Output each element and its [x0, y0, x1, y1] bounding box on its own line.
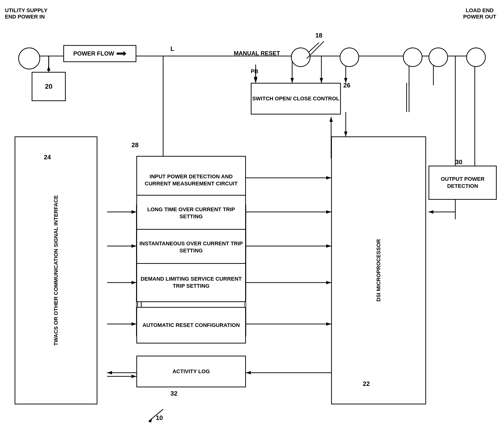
node-32-label: 32 — [171, 390, 178, 397]
svg-marker-21 — [131, 210, 136, 214]
block-20-box: 20 — [32, 72, 66, 101]
svg-marker-59 — [429, 210, 433, 214]
svg-marker-11 — [320, 78, 323, 83]
l-label: L — [171, 45, 174, 53]
svg-marker-43 — [131, 375, 136, 378]
switch-control-box: SWITCH OPEN/ CLOSE CONTROL — [251, 83, 341, 114]
long-time-box: LONG TIME OVER CURRENT TRIP SETTING — [136, 195, 246, 231]
node-30-label: 30 — [455, 158, 462, 166]
load-circle-3 — [466, 47, 486, 67]
svg-marker-55 — [290, 78, 294, 83]
svg-marker-27 — [131, 322, 136, 326]
output-power-box: OUTPUT POWER DETECTION — [429, 166, 497, 200]
instantaneous-box: INSTANTANEOUS OVER CURRENT TRIP SETTING — [136, 229, 246, 265]
svg-marker-41 — [107, 371, 112, 374]
utility-supply-circle — [18, 47, 40, 69]
svg-marker-23 — [131, 244, 136, 248]
activity-log-box: ACTIVITY LOG — [136, 356, 246, 387]
auto-reset-box: AUTOMATIC RESET CONFIGURATION — [136, 307, 246, 343]
svg-marker-35 — [326, 322, 331, 326]
dsi-microprocessor-box: DSI MICROPROCESSOR — [331, 136, 426, 404]
svg-marker-33 — [326, 281, 331, 284]
node-26-label: 26 — [343, 82, 350, 89]
twacs-box: TWACS OR OTHER COMMUNICATION SIGNAL INTE… — [15, 136, 97, 404]
svg-line-67 — [307, 41, 324, 58]
diagram: UTILITY SUPPLY END POWER IN LOAD END POW… — [0, 0, 504, 438]
svg-marker-4 — [47, 66, 50, 71]
load-circle-1 — [403, 47, 422, 67]
node-24-label: 24 — [44, 153, 51, 161]
svg-marker-19 — [329, 117, 333, 122]
svg-marker-69 — [254, 77, 257, 82]
manual-reset-label: MANUAL RESET — [234, 50, 280, 57]
node-28-label: 28 — [131, 141, 139, 149]
svg-marker-39 — [246, 371, 251, 374]
svg-marker-29 — [326, 210, 331, 214]
power-flow-box: POWER FLOW — [63, 45, 136, 62]
svg-line-65 — [149, 409, 163, 421]
load-end-label: LOAD END POWER OUT — [455, 7, 504, 20]
svg-marker-25 — [131, 281, 136, 284]
svg-marker-64 — [117, 51, 126, 56]
load-circle-2 — [429, 47, 448, 67]
node-18-label: 18 — [315, 32, 322, 39]
demand-limiting-box: DEMAND LIMITING SERVICE CURRENT TRIP SET… — [136, 263, 246, 302]
node-22-label: 22 — [363, 380, 370, 388]
svg-marker-17 — [326, 176, 331, 180]
utility-supply-label: UTILITY SUPPLY END POWER IN — [5, 7, 54, 20]
svg-marker-31 — [326, 244, 331, 248]
switch-circle-right — [340, 47, 359, 67]
svg-marker-15 — [344, 131, 347, 136]
